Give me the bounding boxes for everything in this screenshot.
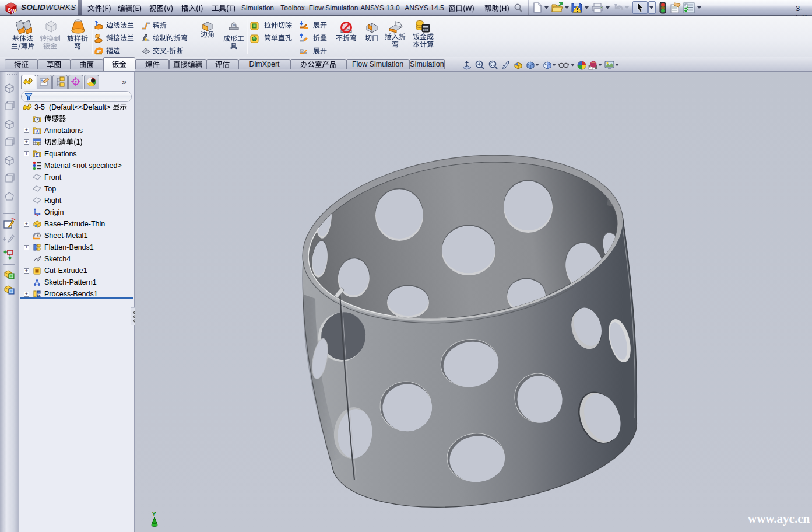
svg-text:Σ: Σ [36, 152, 38, 158]
svg-text:W: W [11, 8, 16, 14]
svg-text:A: A [36, 129, 39, 134]
